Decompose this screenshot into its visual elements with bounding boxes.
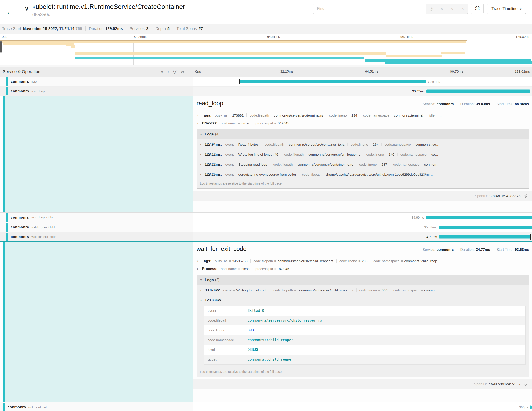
kv-pair: code.namespace=co… xyxy=(398,153,441,156)
field-key: code.lineno xyxy=(204,328,247,332)
span-name-cell[interactable]: conmonrs listen xyxy=(0,77,193,86)
trace-summary-bar: Trace Start November 15 2022, 11:24:14.7… xyxy=(0,24,532,34)
field-key: event xyxy=(204,309,247,313)
field-value: Exited 0 xyxy=(247,309,264,313)
divider xyxy=(86,26,86,31)
copy-link-icon[interactable] xyxy=(523,382,528,387)
process-row[interactable]: › Process: host.name=nixosprocess.pid=94… xyxy=(197,119,529,127)
kv-pair: code.lineno=134 xyxy=(326,113,360,117)
divider xyxy=(197,255,529,256)
kv-pair: code.filepath=/home/sascha/.cargo/regist… xyxy=(299,173,436,176)
collapse-all-icon[interactable]: ⋁ xyxy=(173,69,177,74)
tags-row[interactable]: › Tags: busy_ns=273882code.filepath=conm… xyxy=(197,111,529,119)
field-value: conmonrs::child_reaper xyxy=(247,338,293,342)
back-arrow-icon[interactable]: ← xyxy=(6,8,14,16)
logs-body: › 127.94ms: event=Read 4 bytescode.filep… xyxy=(197,139,529,188)
chevron-right-icon: › xyxy=(200,153,203,157)
expand-all-icon[interactable]: ≫ xyxy=(180,69,185,74)
span-bar[interactable] xyxy=(426,89,530,93)
log-entry[interactable]: › 128.22ms: event=Stopping read loopcode… xyxy=(197,159,529,169)
ruler-tick: 96.76ms xyxy=(400,35,413,39)
trace-minimap[interactable] xyxy=(0,39,532,65)
span-timeline-cell[interactable]: 39.43ms xyxy=(193,87,532,96)
span-name-cell[interactable]: conmonrs watch_grandchild xyxy=(0,223,193,232)
service-color-accent xyxy=(6,77,8,86)
span-row-write-exit-path[interactable]: conmonrs write_exit_path 303μs xyxy=(0,402,532,411)
span-timeline-cell[interactable]: 34.77ms xyxy=(193,232,532,241)
field-value: DEBUG xyxy=(247,348,258,352)
chevron-right-icon[interactable]: › xyxy=(197,121,200,125)
log-fields: event=Waiting for exit codecode.filepath… xyxy=(223,288,527,292)
header-controls: ◎ ∧ ∨ × ⌘ Trace Timeline ∨ xyxy=(313,4,526,14)
span-bar[interactable] xyxy=(239,80,426,83)
chevron-right-icon[interactable]: › xyxy=(197,259,200,263)
span-timeline-cell[interactable]: 39.69ms xyxy=(193,213,532,222)
process-row[interactable]: › Process: host.name=nixosprocess.pid=94… xyxy=(197,264,529,272)
kv-pair: idle_n… xyxy=(426,113,445,117)
view-selector-button[interactable]: Trace Timeline ∨ xyxy=(487,4,526,14)
collapse-controls: ∨ › ⋁ ≫ xyxy=(160,69,185,74)
service-name: conmonrs xyxy=(11,215,29,220)
log-entry[interactable]: › 93.87ms: event=Waiting for exit codeco… xyxy=(197,285,529,295)
span-bar[interactable] xyxy=(439,235,531,238)
divider xyxy=(457,248,457,252)
span-duration-label: 34.77ms xyxy=(425,235,437,239)
span-timeline-cell[interactable]: 35.58ms xyxy=(193,223,532,232)
minimap-drag-handle[interactable] xyxy=(0,41,1,53)
find-next-icon[interactable]: ∨ xyxy=(447,6,457,11)
keyboard-shortcuts-button[interactable]: ⌘ xyxy=(471,4,484,14)
logs-header[interactable]: ∨ Logs (4) xyxy=(197,129,529,139)
minimap-span xyxy=(386,55,442,57)
span-row-read-loop[interactable]: conmonrs read_loop 39.43ms xyxy=(0,87,532,96)
log-entry[interactable]: › 128.12ms: event=Wrote log line of leng… xyxy=(197,149,529,159)
chevron-down-icon[interactable]: ∨ xyxy=(24,5,29,24)
find-input[interactable] xyxy=(313,4,426,14)
logs-header[interactable]: ∨ Logs (2) xyxy=(197,275,529,285)
span-row-watch-grandchild[interactable]: conmonrs watch_grandchild 35.58ms xyxy=(0,223,532,232)
divider xyxy=(493,102,493,106)
trace-total-spans: Total Spans 27 xyxy=(177,26,206,31)
log-entry[interactable]: › 128.25ms: event=deregistering event so… xyxy=(197,169,529,179)
minimap-span xyxy=(0,40,467,41)
kv-pair: event=Wrote log line of length 49 xyxy=(225,153,281,156)
span-detail-row-read-loop: read_loop Service:conmonrs Duration:39.4… xyxy=(0,96,532,213)
find-prev-icon[interactable]: ∧ xyxy=(437,6,447,11)
span-name-cell[interactable]: conmonrs write_exit_path xyxy=(0,402,193,411)
expand-one-icon[interactable]: › xyxy=(168,69,169,74)
copy-link-icon[interactable] xyxy=(523,194,528,198)
chevron-right-icon[interactable]: › xyxy=(197,113,200,117)
find-clear-icon[interactable]: × xyxy=(457,6,468,11)
ruler-tick: 64.51ms xyxy=(267,35,280,39)
chevron-right-icon[interactable]: › xyxy=(197,267,200,271)
span-bar[interactable] xyxy=(426,216,532,219)
span-bar[interactable] xyxy=(439,225,532,229)
minimap-span xyxy=(75,52,386,55)
span-name-cell[interactable]: conmonrs read_loop_stdin xyxy=(0,213,193,222)
field-key: target xyxy=(204,357,247,362)
log-entry[interactable]: › 127.94ms: event=Read 4 bytescode.filep… xyxy=(197,139,529,149)
span-row-read-loop-stdin[interactable]: conmonrs read_loop_stdin 39.69ms xyxy=(0,213,532,223)
log-entry-expanded[interactable]: ∨ 128.33ms xyxy=(197,295,529,305)
back-button[interactable]: ← xyxy=(0,0,20,24)
tags-row[interactable]: › Tags: busy_ns=34506763code.filepath=co… xyxy=(197,257,529,264)
span-duration-label: 303μs xyxy=(519,405,528,409)
span-row-listen[interactable]: conmonrs listen 70.91ms xyxy=(0,77,532,87)
span-name-cell[interactable]: conmonrs read_loop xyxy=(0,87,193,96)
kv-pair: event=Stopping read loop xyxy=(225,163,270,166)
minimap-span xyxy=(71,45,75,48)
service-name: conmonrs xyxy=(11,89,29,93)
span-row-wait-for-exit-code[interactable]: conmonrs wait_for_exit_code 34.77ms xyxy=(0,232,532,242)
divider xyxy=(152,26,152,31)
span-timeline-cell[interactable]: 70.91ms xyxy=(193,77,532,86)
column-resize-grip[interactable] xyxy=(191,72,192,75)
span-name-cell[interactable]: conmonrs wait_for_exit_code xyxy=(0,232,193,241)
kv-pair: code.namespace=conmon… xyxy=(390,288,443,292)
logs-accordion: ∨ Logs (2) › 93.87ms: event=Waiting for … xyxy=(197,275,529,377)
collapse-one-icon[interactable]: ∨ xyxy=(160,69,163,74)
ruler-tick: 32.25ms xyxy=(280,69,293,73)
service-name: conmonrs xyxy=(11,225,29,230)
logs-body: › 93.87ms: event=Waiting for exit codeco… xyxy=(197,285,529,377)
span-bar[interactable] xyxy=(530,405,532,409)
find-scope-icon[interactable]: ◎ xyxy=(426,6,437,11)
span-timeline-cell[interactable]: 303μs xyxy=(193,402,532,411)
